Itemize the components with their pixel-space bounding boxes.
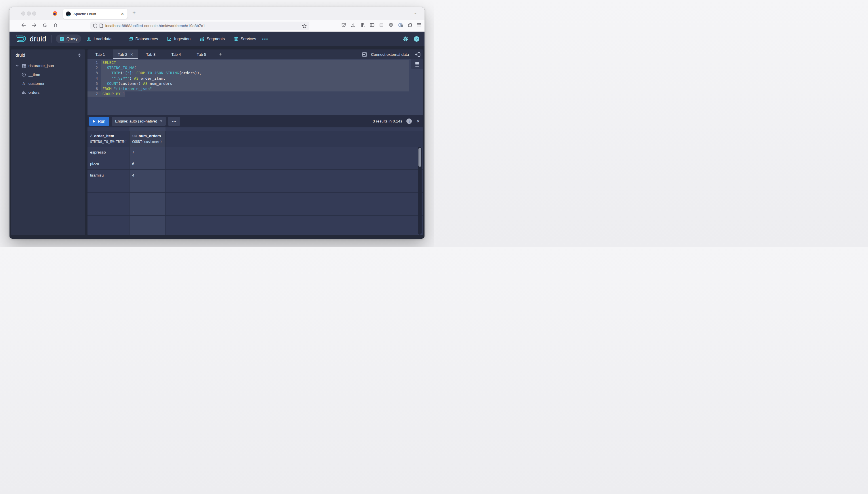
library-icon[interactable]	[360, 23, 365, 27]
string-type-icon: A	[90, 134, 92, 138]
column-header-order-item[interactable]: Aorder_item STRING_TO_MV(TRIM('[…	[88, 131, 129, 147]
nav-item-segments[interactable]: Segments	[196, 35, 229, 43]
add-tab-button[interactable]: +	[214, 50, 227, 59]
query-tab-tab-1[interactable]: Tab 1	[88, 50, 113, 59]
close-results-icon[interactable]: ✕	[416, 119, 420, 124]
results-scrollbar[interactable]	[418, 147, 422, 235]
chevron-down-icon	[160, 120, 162, 122]
load-data-icon	[87, 37, 91, 41]
nav-item-datasources[interactable]: Datasources	[125, 35, 162, 43]
tree-item---time[interactable]: __time	[11, 70, 85, 79]
more-options-button[interactable]: •••	[168, 117, 180, 126]
run-bar: Run Engine: auto (sql-native) ••• 3 resu…	[88, 115, 423, 127]
query-workbench-panel: Tab 1Tab 2✕Tab 3Tab 4Tab 5+ Connect exte…	[88, 50, 423, 235]
nav-item-services[interactable]: Services	[230, 35, 260, 43]
console-header: druid QueryLoad dataDatasourcesIngestion…	[10, 32, 424, 46]
browser-tab-title: Apache Druid	[73, 12, 120, 16]
work-history-button[interactable]	[411, 59, 423, 69]
editor-gutter: 1234567	[88, 60, 101, 97]
empty-table-row	[88, 181, 423, 193]
sql-editor[interactable]: 1234567 SELECT STRING_TO_MV( TRIM('["]' …	[88, 59, 423, 115]
svg-text:10: 10	[390, 24, 392, 26]
schema-name[interactable]: druid	[16, 53, 78, 57]
page-info-icon[interactable]	[100, 23, 103, 28]
code-line-4: '",\s*"') AS order_item,	[103, 76, 201, 81]
query-tab-tab-5[interactable]: Tab 5	[189, 50, 214, 59]
pocket-icon[interactable]	[341, 23, 346, 27]
string-type-icon: A	[22, 82, 29, 86]
tree-item-label: orders	[29, 90, 39, 95]
browser-tab[interactable]: Apache Druid ✕	[63, 8, 127, 19]
tree-item-ristorante-json[interactable]: ristorante_json	[11, 61, 85, 70]
double-caret-icon[interactable]	[78, 53, 81, 57]
home-icon[interactable]	[53, 23, 58, 27]
sidebar-icon[interactable]	[370, 23, 375, 27]
druid-logo-text: druid	[30, 35, 46, 43]
nav-item-query[interactable]: Query	[56, 35, 81, 43]
table-row[interactable]: tiramisu4	[88, 170, 423, 181]
empty-table-row	[88, 204, 423, 216]
new-tab-button[interactable]: +	[132, 10, 136, 16]
query-tab-tab-4[interactable]: Tab 4	[163, 50, 189, 59]
engine-select[interactable]: Engine: auto (sql-native)	[112, 117, 166, 126]
tree-item-orders[interactable]: orders	[11, 88, 85, 97]
table-row[interactable]: espresso7	[88, 147, 423, 158]
shield-badge-icon[interactable]: 10	[389, 23, 393, 27]
nav-overflow-button[interactable]: •••	[262, 37, 269, 41]
url-bar[interactable]: localhost:8888/unified-console.html#work…	[90, 22, 309, 30]
code-line-7: GROUP BY 1	[103, 92, 201, 97]
macos-close-button[interactable]	[21, 12, 25, 16]
empty-table-row	[88, 227, 423, 235]
datasources-icon	[129, 37, 133, 41]
download-icon[interactable]	[351, 23, 356, 27]
firefox-icon	[53, 11, 57, 16]
collapse-panel-icon[interactable]	[415, 52, 420, 57]
run-button[interactable]: Run	[89, 117, 109, 126]
query-icon	[59, 37, 64, 41]
nav-item-load-data[interactable]: Load data	[83, 35, 115, 43]
settings-gear-icon[interactable]	[403, 36, 409, 42]
ingestion-icon	[167, 37, 172, 41]
code-line-6: FROM "ristorante_json"	[103, 86, 201, 92]
column-header-num-orders[interactable]: 123num_orders COUNT(customer)	[129, 131, 165, 147]
tree-item-label: customer	[29, 81, 44, 86]
results-status: 3 results in 0.14s	[373, 119, 402, 124]
macos-zoom-button[interactable]	[32, 12, 36, 16]
connect-external-data-button[interactable]: Connect external data	[371, 52, 409, 57]
tree-item-label: ristorante_json	[29, 63, 54, 68]
privacy-lock-icon[interactable]	[398, 23, 403, 27]
header-separator	[52, 35, 52, 42]
query-tab-tab-3[interactable]: Tab 3	[138, 50, 163, 59]
services-icon	[234, 37, 238, 41]
url-text[interactable]: localhost:8888/unified-console.html#work…	[105, 23, 302, 28]
bookmark-star-icon[interactable]	[302, 23, 307, 28]
list-tabs-chevron-icon[interactable]: ⌄	[414, 11, 417, 15]
browser-navbar: localhost:8888/unified-console.html#work…	[10, 20, 424, 32]
scrollbar-thumb[interactable]	[418, 148, 421, 167]
close-tab-icon[interactable]: ✕	[130, 52, 133, 57]
code-line-5: COUNT(customer) AS num_orders	[103, 81, 201, 86]
reload-icon[interactable]	[42, 23, 47, 27]
menu-icon[interactable]	[417, 23, 422, 27]
druid-console: druid QueryLoad dataDatasourcesIngestion…	[10, 32, 424, 239]
macos-minimize-button[interactable]	[27, 12, 31, 16]
table-row[interactable]: pizza6	[88, 158, 423, 170]
shield-icon[interactable]	[93, 23, 97, 28]
segments-icon	[200, 37, 204, 41]
chevron-down-icon[interactable]	[16, 65, 22, 67]
nav-item-ingestion[interactable]: Ingestion	[163, 35, 194, 43]
extension-icon[interactable]	[408, 23, 412, 27]
help-icon[interactable]: ?	[414, 36, 419, 42]
back-icon[interactable]	[21, 23, 26, 27]
table-icon	[22, 64, 29, 68]
tab-close-icon[interactable]: ✕	[120, 12, 125, 16]
nested-data-icon	[22, 91, 29, 95]
code-line-3: TRIM('["]' FROM TO_JSON_STRING(orders)),	[103, 71, 201, 76]
druid-logo[interactable]: druid	[16, 35, 46, 43]
containers-icon[interactable]	[379, 23, 384, 27]
query-tab-tab-2[interactable]: Tab 2✕	[113, 50, 138, 59]
forward-icon[interactable]	[32, 23, 37, 27]
tree-item-customer[interactable]: Acustomer	[11, 79, 85, 88]
download-results-icon[interactable]: ↓	[406, 118, 412, 124]
browser-tabstrip: Apache Druid ✕ + ⌄	[10, 7, 424, 20]
